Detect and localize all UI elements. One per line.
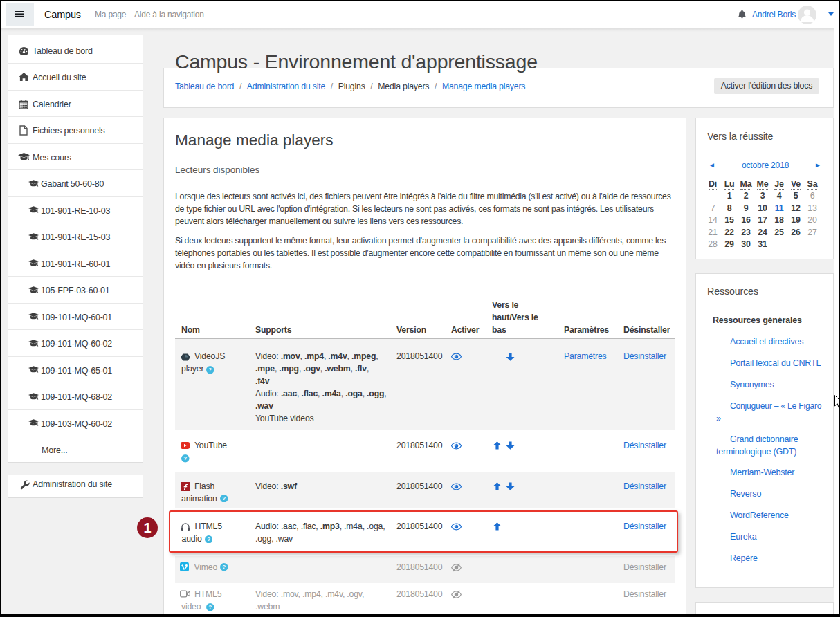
svg-text:?: ? [184,456,188,462]
svg-text:?: ? [222,495,226,501]
svg-text:?: ? [207,536,210,542]
svg-text:?: ? [209,367,212,373]
svg-text:?: ? [208,604,212,610]
svg-text:?: ? [222,564,226,571]
